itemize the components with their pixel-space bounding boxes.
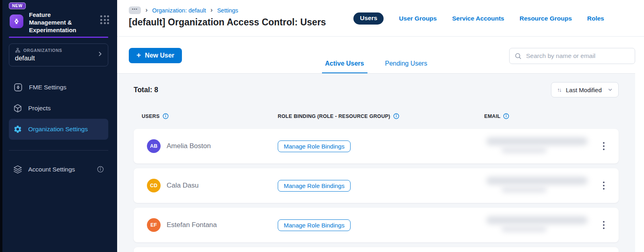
search-icon bbox=[514, 52, 522, 60]
app-switcher-icon[interactable] bbox=[100, 15, 109, 24]
breadcrumb: ••• › Organization: default › Settings bbox=[117, 0, 644, 14]
info-icon[interactable] bbox=[163, 113, 169, 119]
new-badge: NEW bbox=[9, 2, 26, 9]
kebab-menu-button[interactable] bbox=[599, 180, 609, 192]
sort-arrows-icon: ↑↓ bbox=[557, 87, 562, 93]
main-area: ••• › Organization: default › Settings [… bbox=[117, 0, 644, 252]
tab-pending-users[interactable]: Pending Users bbox=[382, 60, 431, 74]
table-row: EF Estefan Fontana Manage Role Bindings bbox=[134, 208, 619, 242]
fme-logo-icon bbox=[10, 14, 23, 28]
table-row-partial bbox=[134, 247, 619, 252]
app-header: Feature Management & Experimentation bbox=[0, 9, 117, 34]
breadcrumb-link-organization[interactable]: Organization: default bbox=[152, 7, 206, 14]
sidebar-item-label: Account Settings bbox=[28, 166, 75, 173]
sidebar: NEW Feature Management & Experimentation bbox=[0, 0, 117, 252]
app-title: Feature Management & Experimentation bbox=[29, 11, 85, 34]
top-tabs: Users User Groups Service Accounts Resou… bbox=[353, 12, 604, 25]
sort-button[interactable]: ↑↓ Last Modified bbox=[551, 82, 619, 97]
breadcrumb-ellipsis-button[interactable]: ••• bbox=[129, 6, 141, 14]
info-icon[interactable] bbox=[503, 113, 509, 119]
info-icon[interactable] bbox=[97, 166, 104, 173]
sidebar-item-account-settings[interactable]: Account Settings bbox=[9, 159, 108, 180]
tab-active-users[interactable]: Active Users bbox=[322, 60, 367, 74]
sidebar-item-label: FME Settings bbox=[29, 84, 66, 91]
sidebar-item-fme-settings[interactable]: FME Settings bbox=[9, 77, 108, 98]
org-selector-value: default bbox=[15, 54, 102, 62]
chevron-down-icon bbox=[607, 87, 613, 93]
kebab-menu-button[interactable] bbox=[599, 219, 609, 231]
avatar: CD bbox=[147, 179, 161, 192]
sidebar-item-label: Projects bbox=[28, 105, 51, 112]
tab-users[interactable]: Users bbox=[353, 12, 384, 25]
sort-button-label: Last Modified bbox=[566, 87, 602, 93]
org-selector-label: ORGANIZATIONS bbox=[23, 48, 62, 53]
info-icon[interactable] bbox=[393, 113, 399, 119]
org-selector[interactable]: ORGANIZATIONS default bbox=[9, 43, 108, 66]
email-redacted bbox=[476, 214, 599, 236]
table-row: CD Cala Dasu Manage Role Bindings bbox=[134, 168, 619, 203]
tab-roles[interactable]: Roles bbox=[587, 15, 604, 22]
manage-role-bindings-button[interactable]: Manage Role Bindings bbox=[278, 219, 351, 231]
breadcrumb-link-settings[interactable]: Settings bbox=[217, 7, 238, 14]
total-count: Total:8 bbox=[134, 86, 158, 94]
kebab-menu-button[interactable] bbox=[599, 140, 609, 153]
list-toolbar: Total:8 ↑↓ Last Modified bbox=[134, 82, 619, 97]
sidebar-item-label: Organization Settings bbox=[28, 126, 88, 133]
toolbar: + New User Active Users Pending Users bbox=[117, 37, 644, 74]
layers-gear-icon bbox=[13, 165, 22, 174]
user-cell: AB Amelia Boston bbox=[147, 139, 278, 153]
table-header: USERS ROLE BINDING (ROLE - RESOURCE GROU… bbox=[134, 113, 619, 119]
chevron-right-icon bbox=[97, 51, 103, 59]
avatar: EF bbox=[147, 218, 161, 232]
user-name: Amelia Boston bbox=[167, 142, 211, 150]
column-users: USERS bbox=[142, 113, 278, 119]
table-body: AB Amelia Boston Manage Role Bindings CD… bbox=[134, 129, 619, 252]
manage-role-bindings-button[interactable]: Manage Role Bindings bbox=[278, 140, 351, 152]
cube-icon bbox=[13, 104, 22, 113]
users-list-section: Total:8 ↑↓ Last Modified USERS bbox=[117, 74, 635, 252]
plus-icon: + bbox=[136, 51, 141, 60]
user-cell: CD Cala Dasu bbox=[147, 179, 278, 192]
column-role-binding: ROLE BINDING (ROLE - RESOURCE GROUP) bbox=[278, 113, 476, 119]
column-email: EMAIL bbox=[484, 113, 619, 119]
tab-service-accounts[interactable]: Service Accounts bbox=[452, 15, 504, 22]
breadcrumb-separator-icon: › bbox=[211, 6, 213, 13]
view-tabs: Active Users Pending Users bbox=[117, 60, 635, 74]
user-cell: EF Estefan Fontana bbox=[147, 218, 278, 232]
fme-settings-icon bbox=[13, 83, 23, 92]
sidebar-item-projects[interactable]: Projects bbox=[9, 98, 108, 119]
breadcrumb-separator-icon: › bbox=[145, 6, 148, 13]
screen: NEW Feature Management & Experimentation bbox=[0, 0, 644, 252]
user-name: Estefan Fontana bbox=[167, 221, 217, 229]
brand-divider bbox=[9, 37, 108, 38]
email-redacted bbox=[476, 174, 599, 197]
tab-resource-groups[interactable]: Resource Groups bbox=[520, 15, 572, 22]
email-redacted bbox=[476, 135, 599, 157]
table-row: AB Amelia Boston Manage Role Bindings bbox=[134, 129, 619, 163]
sidebar-divider bbox=[9, 150, 108, 151]
gear-icon bbox=[13, 125, 22, 134]
new-user-button-label: New User bbox=[145, 52, 174, 59]
user-name: Cala Dasu bbox=[167, 182, 198, 190]
manage-role-bindings-button[interactable]: Manage Role Bindings bbox=[278, 180, 351, 192]
page-header: ••• › Organization: default › Settings [… bbox=[117, 0, 644, 37]
org-hierarchy-icon bbox=[15, 48, 21, 53]
avatar: AB bbox=[147, 139, 161, 153]
tab-user-groups[interactable]: User Groups bbox=[399, 15, 437, 22]
sidebar-item-organization-settings[interactable]: Organization Settings bbox=[9, 119, 108, 140]
sidebar-nav: FME Settings Projects bbox=[0, 77, 117, 140]
